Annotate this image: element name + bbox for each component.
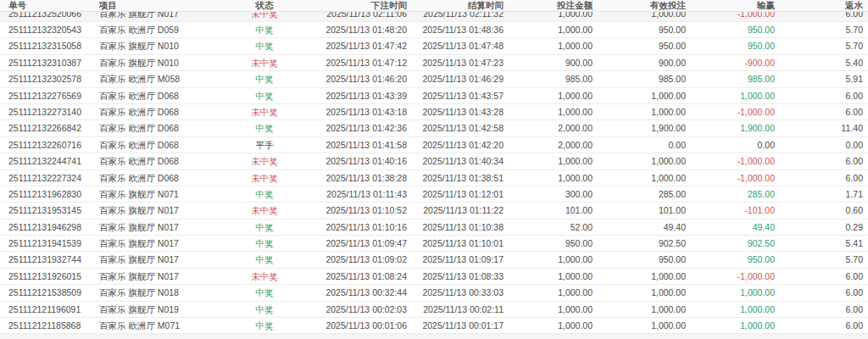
cell-settle-time: 2025/11/13 00:02:11 <box>412 302 509 317</box>
cell-settle-time: 2025/11/13 01:09:17 <box>412 252 509 267</box>
cell-order-number: 251112131962830 <box>0 186 99 202</box>
cell-rebate: 11.40 <box>780 120 868 136</box>
column-header-project: 项目 <box>99 0 226 11</box>
cell-valid-bet: 950.00 <box>598 22 691 37</box>
cell-bet-time: 2025/11/13 01:11:43 <box>303 186 412 202</box>
table-row[interactable]: 251112131941539 百家乐 旗舰厅 N017 中奖 2025/11/… <box>0 236 868 252</box>
table-header: 单号 项目 状态 下注时间 结算时间 投注金额 有效投注 输赢 返水 <box>0 0 868 12</box>
table-row[interactable]: 251112131953145 百家乐 旗舰厅 N017 未中奖 2025/11… <box>0 203 868 219</box>
cell-order-number: 251112132273140 <box>0 104 99 119</box>
table-row[interactable]: 251112131962830 百家乐 旗舰厅 N071 中奖 2025/11/… <box>0 186 868 203</box>
column-header-settle-time: 结算时间 <box>412 0 509 11</box>
cell-project: 百家乐 欧洲厅 D068 <box>99 104 226 119</box>
cell-rebate: 6.00 <box>780 269 868 284</box>
cell-bet-time: 2025/11/13 00:02:03 <box>303 302 412 317</box>
table-row[interactable]: 251112132302578 百家乐 欧洲厅 M058 中奖 2025/11/… <box>0 71 868 87</box>
cell-bet-amount: 950.00 <box>509 236 598 251</box>
cell-bet-amount: 1,000.00 <box>509 170 598 186</box>
cell-settle-time: 2025/11/13 01:11:22 <box>412 203 509 218</box>
cell-rebate: 6.00 <box>780 104 868 119</box>
cell-bet-time: 2025/11/13 01:10:16 <box>303 220 412 235</box>
table-bottom-gap <box>0 334 868 339</box>
cell-bet-time: 2025/11/13 01:08:24 <box>303 269 412 284</box>
cell-valid-bet: 902.50 <box>598 236 691 251</box>
table-row[interactable]: 251112132260716 百家乐 欧洲厅 D068 平手 2025/11/… <box>0 137 868 153</box>
cell-order-number: 251112121196091 <box>0 302 99 317</box>
cell-valid-bet: 49.40 <box>598 220 691 235</box>
table-body[interactable]: 251112132520066 百家乐 旗舰厅 N017 未中奖 2025/11… <box>0 6 868 335</box>
cell-win-loss: -1,000.00 <box>691 153 780 169</box>
cell-valid-bet: 950.00 <box>598 252 691 267</box>
cell-bet-time: 2025/11/13 01:48:20 <box>303 22 412 37</box>
cell-settle-time: 2025/11/13 01:42:20 <box>412 137 509 153</box>
cell-win-loss: 950.00 <box>691 38 780 53</box>
cell-settle-time: 2025/11/13 00:01:17 <box>412 318 509 333</box>
cell-win-loss: 985.00 <box>691 71 780 86</box>
cell-status-badge: 中奖 <box>226 38 303 53</box>
table-row[interactable]: 251112131926015 百家乐 旗舰厅 N017 未中奖 2025/11… <box>0 269 868 285</box>
cell-project: 百家乐 旗舰厅 N019 <box>99 302 226 317</box>
table-row[interactable]: 251112132276569 百家乐 欧洲厅 D068 中奖 2025/11/… <box>0 88 868 104</box>
cell-order-number: 251112131941539 <box>0 236 99 251</box>
cell-project: 百家乐 旗舰厅 N018 <box>99 285 226 300</box>
table-row[interactable]: 251112131946298 百家乐 旗舰厅 N017 中奖 2025/11/… <box>0 220 868 236</box>
cell-order-number: 251112132320543 <box>0 22 99 37</box>
cell-project: 百家乐 欧洲厅 D068 <box>99 153 226 169</box>
table-row[interactable]: 251112121185868 百家乐 欧洲厅 M071 中奖 2025/11/… <box>0 318 868 334</box>
cell-settle-time: 2025/11/13 00:33:03 <box>412 285 509 300</box>
cell-project: 百家乐 欧洲厅 M071 <box>99 318 226 333</box>
cell-status-badge: 中奖 <box>226 22 303 37</box>
cell-rebate: 5.70 <box>780 22 868 37</box>
cell-win-loss: 950.00 <box>691 252 780 267</box>
cell-order-number: 251112131932744 <box>0 252 99 267</box>
cell-bet-amount: 900.00 <box>509 55 598 70</box>
cell-settle-time: 2025/11/13 01:12:01 <box>412 186 509 202</box>
table-row[interactable]: 251112132266842 百家乐 欧洲厅 D068 中奖 2025/11/… <box>0 120 868 136</box>
cell-win-loss: -101.00 <box>691 203 780 218</box>
column-header-bet-time: 下注时间 <box>303 0 412 11</box>
cell-bet-amount: 1,000.00 <box>509 285 598 300</box>
cell-bet-time: 2025/11/13 01:43:18 <box>303 104 412 119</box>
cell-bet-time: 2025/11/13 00:32:44 <box>303 285 412 300</box>
cell-bet-time: 2025/11/13 01:10:52 <box>303 203 412 218</box>
table-row[interactable]: 251112132310387 百家乐 旗舰厅 N010 未中奖 2025/11… <box>0 55 868 71</box>
table-row[interactable]: 251112132315058 百家乐 旗舰厅 N010 中奖 2025/11/… <box>0 38 868 54</box>
table-row[interactable]: 251112121538509 百家乐 旗舰厅 N018 中奖 2025/11/… <box>0 285 868 301</box>
cell-bet-amount: 1,000.00 <box>509 318 598 333</box>
cell-rebate: 6.00 <box>780 302 868 317</box>
table-row[interactable]: 251112121196091 百家乐 旗舰厅 N019 中奖 2025/11/… <box>0 302 868 318</box>
table-row[interactable]: 251112132273140 百家乐 欧洲厅 D068 未中奖 2025/11… <box>0 104 868 120</box>
cell-bet-time: 2025/11/13 01:09:02 <box>303 252 412 267</box>
cell-bet-amount: 1,000.00 <box>509 88 598 103</box>
cell-win-loss: 1,000.00 <box>691 285 780 300</box>
table-row[interactable]: 251112132227324 百家乐 欧洲厅 D068 未中奖 2025/11… <box>0 170 868 186</box>
cell-rebate: 6.00 <box>780 285 868 300</box>
cell-settle-time: 2025/11/13 01:40:34 <box>412 153 509 169</box>
cell-valid-bet: 0.00 <box>598 137 691 153</box>
cell-win-loss: -900.00 <box>691 55 780 70</box>
cell-bet-amount: 1,000.00 <box>509 22 598 37</box>
table-row[interactable]: 251112132244741 百家乐 欧洲厅 D068 未中奖 2025/11… <box>0 153 868 170</box>
bet-records-screen: 单号 项目 状态 下注时间 结算时间 投注金额 有效投注 输赢 返水 25111… <box>0 0 868 339</box>
cell-order-number: 251112131926015 <box>0 269 99 284</box>
cell-bet-time: 2025/11/13 01:46:20 <box>303 71 412 86</box>
cell-bet-time: 2025/11/13 01:47:42 <box>303 38 412 53</box>
cell-status-badge: 未中奖 <box>226 269 303 284</box>
cell-order-number: 251112132227324 <box>0 170 99 186</box>
cell-order-number: 251112131953145 <box>0 203 99 218</box>
cell-order-number: 251112132260716 <box>0 137 99 153</box>
table-row[interactable]: 251112131932744 百家乐 旗舰厅 N017 中奖 2025/11/… <box>0 252 868 268</box>
cell-bet-amount: 1,000.00 <box>509 269 598 284</box>
cell-status-badge: 未中奖 <box>226 203 303 218</box>
cell-valid-bet: 1,000.00 <box>598 88 691 103</box>
column-header-win-loss: 输赢 <box>691 0 780 11</box>
cell-settle-time: 2025/11/13 01:08:33 <box>412 269 509 284</box>
table-row[interactable]: 251112132320543 百家乐 欧洲厅 D059 中奖 2025/11/… <box>0 22 868 38</box>
cell-rebate: 6.00 <box>780 318 868 333</box>
cell-bet-time: 2025/11/13 01:42:36 <box>303 120 412 136</box>
cell-win-loss: 285.00 <box>691 186 780 202</box>
column-header-rebate: 返水 <box>780 0 868 11</box>
cell-win-loss: -1,000.00 <box>691 170 780 186</box>
cell-settle-time: 2025/11/13 01:47:48 <box>412 38 509 53</box>
cell-order-number: 251112121538509 <box>0 285 99 300</box>
